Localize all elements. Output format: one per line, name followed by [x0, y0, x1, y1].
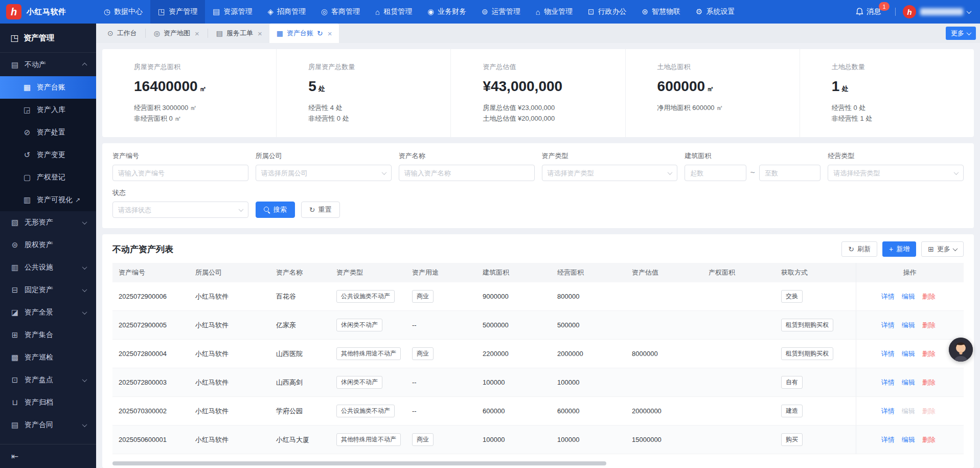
- intangible-assets-icon: ▧: [10, 218, 19, 227]
- tab-service-order[interactable]: ▤服务工单×: [209, 24, 269, 43]
- column-header: 资产类型: [330, 263, 406, 282]
- sidebar-item-asset-ledger[interactable]: ▦资产台账: [0, 76, 96, 99]
- delete-link[interactable]: 删除: [922, 321, 936, 329]
- detail-link[interactable]: 详情: [881, 378, 895, 386]
- tab-workbench[interactable]: ⊙工作台: [100, 24, 144, 43]
- real-estate-icon: ▤: [10, 60, 19, 70]
- sidebar-item-asset-inspection[interactable]: ▩资产巡检: [0, 346, 96, 369]
- asset-name-field[interactable]: [404, 169, 529, 177]
- nav-item-resource-mgmt[interactable]: ▤资源管理: [205, 0, 260, 24]
- delete-link[interactable]: 删除: [922, 293, 936, 300]
- detail-link[interactable]: 详情: [881, 436, 895, 443]
- usage-tag: 商业: [412, 433, 434, 445]
- cell-asset-name: 山西医院: [270, 340, 330, 368]
- sidebar-item-asset-stocktake[interactable]: ⊡资产盘点: [0, 369, 96, 391]
- tab-asset-ledger[interactable]: ▦资产台账↻×: [269, 24, 339, 43]
- company-select[interactable]: [256, 165, 392, 181]
- usage-tag: 商业: [412, 290, 434, 302]
- user-menu[interactable]: h: [903, 5, 971, 18]
- edit-link[interactable]: 编辑: [902, 293, 915, 300]
- stat-house-total-area: 房屋资产总面积16400000㎡经营面积 3000000 ㎡非经营面积 0 ㎡: [102, 49, 277, 137]
- nav-item-label: 运营管理: [492, 7, 520, 16]
- building-area-to-field[interactable]: [765, 169, 815, 177]
- company-field[interactable]: [261, 169, 379, 177]
- operating-type-field[interactable]: [833, 169, 951, 177]
- sidebar-item-asset-disposal[interactable]: ⊘资产处置: [0, 121, 96, 144]
- building-area-from-input[interactable]: [685, 165, 746, 181]
- edit-link[interactable]: 编辑: [902, 350, 915, 358]
- sidebar-item-asset-contract[interactable]: ▤资产合同: [0, 414, 96, 436]
- asset-type-field[interactable]: [548, 169, 666, 177]
- cell-company: 小红马软件: [189, 368, 270, 397]
- assistant-avatar[interactable]: [949, 338, 973, 362]
- nav-item-admin-office[interactable]: ⊡行政办公: [580, 0, 634, 24]
- building-area-from-field[interactable]: [690, 169, 740, 177]
- asset-no-input[interactable]: [112, 165, 248, 181]
- asset-name-input[interactable]: [399, 165, 535, 181]
- edit-link[interactable]: 编辑: [902, 321, 915, 329]
- horizontal-scrollbar[interactable]: [112, 460, 964, 466]
- sidebar-item-asset-visualization[interactable]: ▥资产可视化 ↗: [0, 189, 96, 211]
- asset-type-select[interactable]: [542, 165, 678, 181]
- cell-company: 小红马软件: [189, 282, 270, 311]
- tab-close-icon[interactable]: ×: [258, 29, 262, 38]
- sidebar-item-fixed-assets[interactable]: ⊟固定资产: [0, 279, 96, 301]
- cell-operations: 详情编辑删除: [856, 282, 964, 311]
- nav-item-data-center[interactable]: ◷数据中心: [96, 0, 150, 24]
- delete-link[interactable]: 删除: [922, 436, 936, 443]
- topbar: h 小红马软件 ◷数据中心◳资产管理▤资源管理◈招商管理◎客商管理⌂租赁管理◉业…: [0, 0, 980, 24]
- tab-close-icon[interactable]: ×: [328, 29, 332, 38]
- status-select[interactable]: [112, 202, 248, 218]
- sidebar-item-intangible-assets[interactable]: ▧无形资产: [0, 211, 96, 234]
- detail-link[interactable]: 详情: [881, 407, 895, 415]
- property-registration-icon: ▢: [22, 173, 32, 182]
- sidebar-item-asset-collection[interactable]: ⊞资产集合: [0, 324, 96, 346]
- detail-link[interactable]: 详情: [881, 350, 895, 358]
- nav-item-system-settings[interactable]: ⚙系统设置: [688, 0, 742, 24]
- nav-item-operations-mgmt[interactable]: ⊚运营管理: [474, 0, 528, 24]
- edit-link[interactable]: 编辑: [902, 436, 915, 443]
- delete-link[interactable]: 删除: [922, 350, 936, 358]
- detail-link[interactable]: 详情: [881, 321, 895, 329]
- nav-item-asset-mgmt[interactable]: ◳资产管理: [150, 0, 205, 24]
- sidebar-item-equity-assets[interactable]: ⊜股权资产: [0, 234, 96, 256]
- admin-office-icon: ⊡: [588, 7, 595, 16]
- search-button[interactable]: 搜索: [256, 202, 295, 218]
- nav-item-business-finance[interactable]: ◉业务财务: [420, 0, 474, 24]
- detail-link[interactable]: 详情: [881, 293, 895, 300]
- sidebar-item-asset-panorama[interactable]: ◪资产全景: [0, 301, 96, 324]
- nav-item-property-mgmt[interactable]: ⌂物业管理: [528, 0, 580, 24]
- tab-refresh-icon[interactable]: ↻: [317, 29, 323, 37]
- nav-item-merchant-mgmt[interactable]: ◎客商管理: [313, 0, 368, 24]
- operating-type-select[interactable]: [828, 165, 964, 181]
- reset-button[interactable]: ↻重置: [301, 202, 340, 218]
- edit-link[interactable]: 编辑: [902, 378, 915, 386]
- sidebar-item-public-facilities[interactable]: ▥公共设施: [0, 256, 96, 279]
- delete-link[interactable]: 删除: [922, 378, 936, 386]
- sidebar-item-real-estate[interactable]: ▤不动产: [0, 54, 96, 76]
- refresh-icon: ↻: [848, 246, 854, 253]
- tabs-more-button[interactable]: 更多: [946, 27, 976, 40]
- messages-button[interactable]: 消息 1: [856, 7, 881, 16]
- asset-no-field[interactable]: [118, 169, 243, 177]
- smart-iot-icon: ⊛: [642, 7, 648, 16]
- scrollbar-thumb[interactable]: [112, 461, 606, 465]
- refresh-button[interactable]: ↻ 刷新: [841, 241, 877, 257]
- list-header: 不动产资产列表 ↻ 刷新 + 新增 ⊞ 更多: [112, 241, 964, 257]
- sidebar-item-property-registration[interactable]: ▢产权登记: [0, 166, 96, 189]
- tab-close-icon[interactable]: ×: [195, 29, 199, 38]
- add-button[interactable]: + 新增: [882, 241, 916, 257]
- cell-valuation: 20000000: [626, 397, 702, 426]
- building-area-to-input[interactable]: [759, 165, 821, 181]
- nav-item-investment-mgmt[interactable]: ◈招商管理: [260, 0, 313, 24]
- sidebar-item-label: 资产巡检: [25, 353, 88, 362]
- sidebar-collapse-button[interactable]: ⇤: [0, 444, 96, 468]
- list-more-button[interactable]: ⊞ 更多: [921, 241, 964, 257]
- sidebar-item-asset-change[interactable]: ↺资产变更: [0, 144, 96, 166]
- sidebar-item-asset-inbound[interactable]: ◲资产入库: [0, 99, 96, 121]
- sidebar-item-asset-archive[interactable]: ⊔资产归档: [0, 391, 96, 414]
- status-field[interactable]: [118, 206, 236, 214]
- tab-asset-map[interactable]: ◎资产地图×: [147, 24, 207, 43]
- nav-item-leasing-mgmt[interactable]: ⌂租赁管理: [368, 0, 420, 24]
- nav-item-smart-iot[interactable]: ⊛智慧物联: [634, 0, 688, 24]
